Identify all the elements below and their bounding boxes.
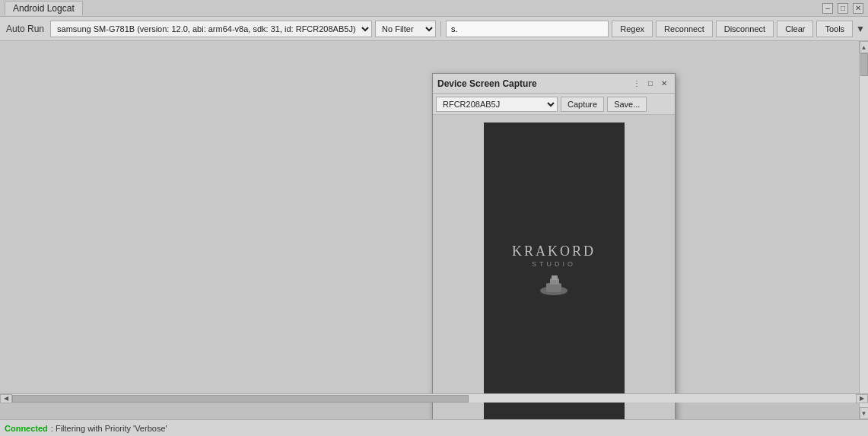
- tools-dropdown-icon[interactable]: ▼: [856, 24, 865, 34]
- scrollbar-thumb[interactable]: [860, 53, 868, 76]
- close-button[interactable]: ✕: [853, 3, 863, 14]
- maximize-button[interactable]: □: [838, 3, 848, 14]
- main-area: ▲ ▼ Device Screen Capture ⋮ □ ✕ RFCR208A…: [0, 41, 868, 419]
- krakord-subtitle: STUDIO: [512, 260, 596, 268]
- scroll-up-arrow[interactable]: ▲: [860, 41, 869, 53]
- regex-button[interactable]: Regex: [612, 21, 653, 37]
- title-bar-left: Android Logcat: [5, 1, 83, 15]
- title-bar-controls: – □ ✕: [822, 3, 863, 14]
- toolbar: Auto Run samsung SM-G781B (version: 12.0…: [0, 17, 868, 41]
- save-button[interactable]: Save...: [607, 97, 647, 112]
- h-scrollbar-thumb[interactable]: [12, 395, 469, 403]
- capture-maximize-button[interactable]: □: [644, 78, 657, 90]
- reconnect-button[interactable]: Reconnect: [656, 21, 713, 37]
- title-bar: Android Logcat – □ ✕: [0, 0, 868, 17]
- device-select[interactable]: samsung SM-G781B (version: 12.0, abi: ar…: [50, 21, 372, 37]
- scrollbar-track[interactable]: [860, 53, 868, 407]
- capture-toolbar: RFCR208AB5J Capture Save...: [433, 94, 675, 115]
- filter-select[interactable]: No Filter: [375, 21, 436, 37]
- capture-title-bar: Device Screen Capture ⋮ □ ✕: [433, 74, 675, 94]
- tools-button[interactable]: Tools: [816, 21, 853, 37]
- auto-run-label: Auto Run: [3, 24, 47, 34]
- capture-menu-button[interactable]: ⋮: [631, 78, 643, 90]
- capture-button[interactable]: Capture: [561, 97, 604, 112]
- status-bar: Connected : Filtering with Priority 'Ver…: [0, 419, 868, 436]
- capture-window: Device Screen Capture ⋮ □ ✕ RFCR208AB5J …: [432, 73, 676, 419]
- disconnect-button[interactable]: Disconnect: [716, 21, 774, 37]
- capture-close-button[interactable]: ✕: [658, 78, 670, 90]
- h-scrollbar-track[interactable]: [12, 394, 856, 403]
- capture-title-left: Device Screen Capture: [437, 78, 537, 89]
- capture-window-controls: ⋮ □ ✕: [631, 78, 670, 90]
- log-area: [0, 41, 859, 393]
- capture-window-title: Device Screen Capture: [437, 78, 537, 89]
- android-logcat-tab[interactable]: Android Logcat: [5, 1, 83, 15]
- krakord-logo: KRAKORD STUDIO: [512, 243, 596, 299]
- anvil-icon: [512, 274, 596, 299]
- krakord-title: KRAKORD: [512, 243, 596, 259]
- scroll-left-arrow[interactable]: ◀: [0, 394, 12, 403]
- screen-preview-container: KRAKORD STUDIO: [433, 115, 675, 419]
- status-text: : Filtering with Priority 'Verbose': [51, 424, 167, 433]
- search-input[interactable]: [446, 21, 609, 37]
- toolbar-separator: [440, 21, 441, 37]
- capture-device-select[interactable]: RFCR208AB5J: [436, 97, 558, 112]
- right-scrollbar: ▲ ▼: [859, 41, 868, 419]
- connected-label: Connected: [5, 424, 48, 433]
- horizontal-scrollbar: ◀ ▶: [0, 393, 868, 403]
- scroll-down-arrow[interactable]: ▼: [860, 407, 869, 419]
- scroll-right-arrow[interactable]: ▶: [856, 394, 868, 403]
- clear-button[interactable]: Clear: [777, 21, 813, 37]
- device-screen: KRAKORD STUDIO: [484, 123, 625, 419]
- minimize-button[interactable]: –: [822, 3, 833, 14]
- svg-rect-3: [552, 275, 558, 280]
